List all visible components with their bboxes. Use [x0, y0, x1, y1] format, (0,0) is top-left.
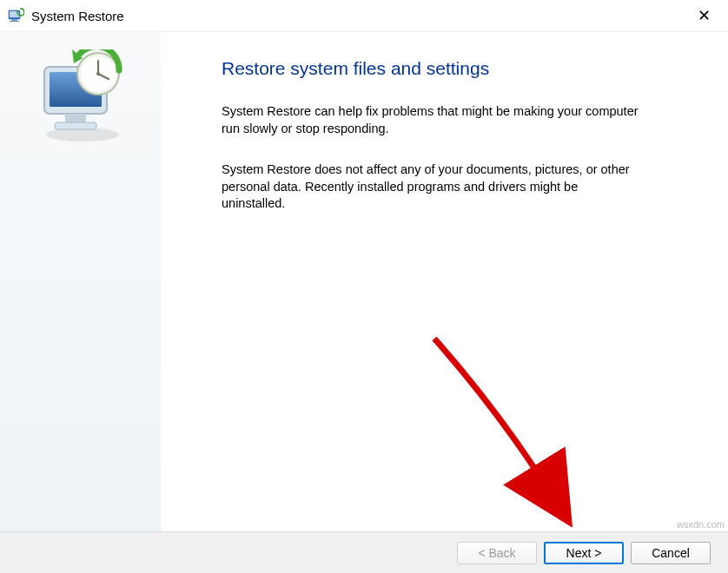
- svg-rect-10: [55, 122, 96, 129]
- wizard-footer: < Back Next > Cancel: [0, 531, 728, 573]
- svg-rect-9: [65, 114, 86, 122]
- svg-point-15: [96, 72, 100, 76]
- titlebar: System Restore ✕: [0, 0, 728, 31]
- window-title: System Restore: [31, 9, 124, 23]
- restore-graphic-icon: [29, 49, 133, 145]
- description-paragraph-2: System Restore does not affect any of yo…: [222, 161, 639, 213]
- back-button: < Back: [457, 542, 537, 564]
- main-panel: Restore system files and settings System…: [161, 32, 728, 535]
- system-restore-icon: [7, 7, 24, 24]
- content-area: Restore system files and settings System…: [0, 31, 728, 535]
- page-heading: Restore system files and settings: [222, 58, 676, 79]
- description-paragraph-1: System Restore can help fix problems tha…: [222, 103, 639, 137]
- titlebar-left: System Restore: [7, 7, 124, 24]
- svg-rect-2: [11, 19, 17, 21]
- next-button[interactable]: Next >: [544, 542, 624, 564]
- sidebar: [0, 32, 161, 535]
- close-button[interactable]: ✕: [686, 3, 721, 28]
- cancel-button[interactable]: Cancel: [631, 542, 711, 564]
- svg-rect-3: [10, 21, 19, 22]
- watermark-text: wsxdn.com: [677, 519, 725, 530]
